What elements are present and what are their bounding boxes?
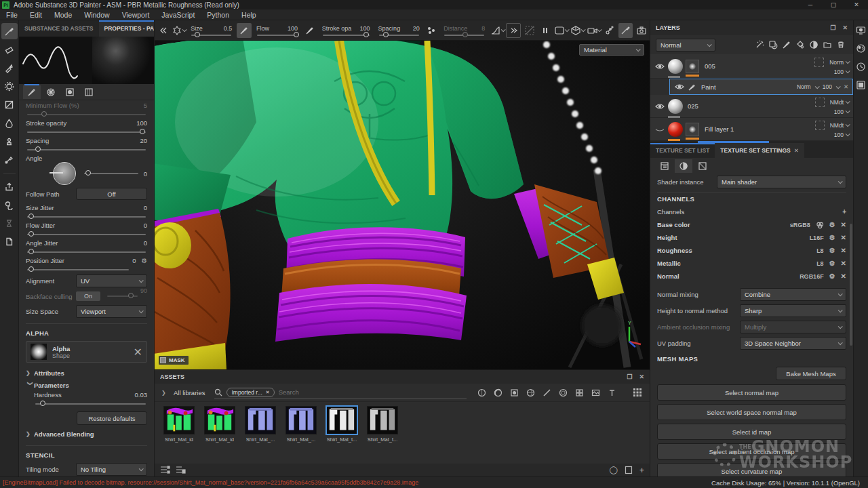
bake-mesh-maps-button[interactable]: Bake Mesh Maps: [776, 367, 846, 380]
close-panel-icon[interactable]: ✕: [842, 24, 848, 31]
remove-channel-icon[interactable]: ✕: [841, 234, 846, 241]
history-icon[interactable]: [856, 62, 866, 72]
subtab-material[interactable]: [42, 85, 60, 99]
tab-close-icon[interactable]: ✕: [794, 147, 799, 154]
subtab-channels[interactable]: [675, 159, 692, 173]
select-curvature-map-button[interactable]: Select curvature map: [657, 463, 846, 476]
menu-window[interactable]: Window: [78, 9, 115, 20]
shader-settings-icon[interactable]: [856, 43, 866, 54]
spacing-slider-toolbar[interactable]: Spacing20: [378, 25, 420, 36]
alpha-resource-item[interactable]: Alpha Shape ✕: [26, 341, 147, 363]
spacing-slider[interactable]: Spacing20: [26, 137, 147, 150]
projection-tool[interactable]: [1, 60, 18, 76]
remove-channel-icon[interactable]: ✕: [841, 247, 846, 254]
parameters-fold[interactable]: ❯Parameters: [26, 379, 147, 391]
alignment-dropdown[interactable]: UV: [76, 274, 147, 287]
paint-tool[interactable]: [1, 23, 18, 39]
remove-effect-icon[interactable]: ✕: [844, 83, 848, 90]
asset-item[interactable]: Shirt_Mat_t...: [365, 406, 400, 443]
stencil-disabled-icon[interactable]: [522, 23, 537, 38]
delete-layer-icon[interactable]: [834, 39, 848, 51]
tab-texture-set-list[interactable]: TEXTURE SET LIST: [650, 143, 715, 158]
right-panel-scrollbar[interactable]: [850, 224, 852, 346]
physics-particles-icon[interactable]: [602, 23, 617, 38]
all-libraries-selector[interactable]: ❯All libraries: [161, 389, 205, 396]
filter-fonts-icon[interactable]: [606, 387, 617, 398]
alpha-shape-icon[interactable]: [172, 23, 186, 38]
viewport-3d[interactable]: Y Material MASK: [155, 41, 650, 369]
channel-row-metallic[interactable]: Metallic L8 ⚙ ✕: [650, 257, 853, 270]
channel-row-base-color[interactable]: Base color sRGB8 ⚙ ✕: [650, 218, 853, 231]
close-panel-icon[interactable]: ✕: [639, 373, 644, 380]
stroke-opacity-slider-toolbar[interactable]: Stroke opa100: [322, 25, 370, 36]
add-smart-material-icon[interactable]: [766, 39, 780, 51]
visibility-eye-icon[interactable]: [654, 103, 665, 110]
remove-channel-icon[interactable]: ✕: [841, 272, 846, 280]
subtab-brush[interactable]: [23, 85, 41, 99]
subtab-stencil[interactable]: [80, 85, 98, 99]
channel-row-height[interactable]: Height L16F ⚙ ✕: [650, 231, 853, 244]
smudge-tool[interactable]: [1, 115, 18, 131]
layer-thumbnail[interactable]: [668, 59, 683, 74]
blend-mode-dropdown[interactable]: Normal: [656, 39, 715, 52]
add-paint-layer-icon[interactable]: [780, 39, 793, 51]
refresh-icon[interactable]: ◯: [610, 466, 618, 474]
layer-thumbnail[interactable]: [668, 99, 683, 114]
tab-substance-3d-assets[interactable]: SUBSTANCE 3D ASSETS: [19, 20, 99, 37]
channel-settings-gear-icon[interactable]: ⚙: [829, 247, 835, 254]
add-smart-mask-icon[interactable]: [807, 39, 821, 51]
add-folder-icon[interactable]: [821, 39, 834, 51]
select-normal-map-button[interactable]: Select normal map: [657, 384, 846, 401]
layer-row-025[interactable]: 025 NMdt 100: [650, 95, 853, 118]
viewport-mode-icon[interactable]: [554, 23, 569, 38]
float-panel-icon[interactable]: ❐: [627, 373, 632, 380]
viewport-channel-dropdown[interactable]: Material: [579, 44, 644, 56]
filter-textures-icon[interactable]: [574, 387, 585, 398]
select-world-space-normal-map-button[interactable]: Select world space normal map: [657, 404, 846, 420]
pause-engine-icon[interactable]: [538, 23, 553, 38]
asset-item[interactable]: Shirt_Mat_id: [202, 406, 237, 443]
add-channel-icon[interactable]: +: [842, 208, 846, 216]
asset-item[interactable]: Shirt_Mat_id: [161, 406, 197, 443]
attributes-fold[interactable]: ❯Attributes: [26, 367, 147, 379]
advanced-blending-fold[interactable]: ❯Advanced Blending: [26, 428, 147, 440]
filter-chip[interactable]: Imported r... ✕: [226, 388, 274, 397]
document-resources-button[interactable]: [1, 233, 18, 249]
asset-item[interactable]: Shirt_Mat_...: [243, 406, 278, 443]
minimize-button[interactable]: ─: [799, 0, 822, 9]
menu-javascript[interactable]: JavaScript: [155, 9, 201, 20]
flow-slider[interactable]: Flow100: [256, 25, 298, 36]
particle-tool[interactable]: [1, 78, 18, 94]
select-ambient-occlusion-map-button[interactable]: Select ambient occlusion map: [657, 443, 846, 460]
position-jitter-gear-icon[interactable]: ⚙: [141, 257, 147, 266]
normal-mixing-dropdown[interactable]: Combine: [740, 288, 846, 301]
list-view-icon[interactable]: [160, 466, 170, 474]
menu-help[interactable]: Help: [235, 9, 262, 20]
tab-texture-set-settings[interactable]: TEXTURE SET SETTINGS ✕: [715, 143, 804, 158]
channel-settings-gear-icon[interactable]: ⚙: [829, 260, 835, 267]
channel-settings-gear-icon[interactable]: ⚙: [829, 221, 835, 228]
menu-mode[interactable]: Mode: [48, 9, 78, 20]
channel-row-normal[interactable]: Normal RGB16F ⚙ ✕: [650, 270, 853, 283]
filter-materials-icon[interactable]: [476, 387, 487, 398]
alpha-remove-icon[interactable]: ✕: [134, 346, 142, 359]
filter-brushes-icon[interactable]: [541, 387, 552, 398]
menu-viewport[interactable]: Viewport: [116, 9, 156, 20]
scatter-dots-icon[interactable]: [425, 23, 439, 38]
asset-item[interactable]: Shirt_Mat_...: [283, 406, 319, 443]
export-textures-button[interactable]: [1, 178, 18, 195]
size-slider[interactable]: Size0.5: [191, 25, 232, 36]
layer-thumbnail[interactable]: [668, 122, 683, 137]
import-resources-icon[interactable]: +: [639, 466, 644, 475]
new-resource-icon[interactable]: [625, 466, 633, 474]
layer-row-005[interactable]: 005 Norm 100: [650, 54, 853, 79]
search-input[interactable]: [279, 388, 360, 396]
chip-close-icon[interactable]: ✕: [266, 390, 270, 395]
channel-settings-gear-icon[interactable]: ⚙: [829, 272, 835, 280]
angle-jitter-slider[interactable]: Angle Jitter0: [26, 239, 147, 253]
resources-button[interactable]: [1, 197, 18, 213]
tab-properties-paint[interactable]: PROPERTIES - PAINT ✕: [99, 20, 155, 37]
perspective-cube-icon[interactable]: [570, 23, 585, 38]
remove-channel-icon[interactable]: ✕: [841, 260, 846, 267]
minimum-flow-slider[interactable]: Minimum Flow (%)5: [26, 102, 147, 115]
